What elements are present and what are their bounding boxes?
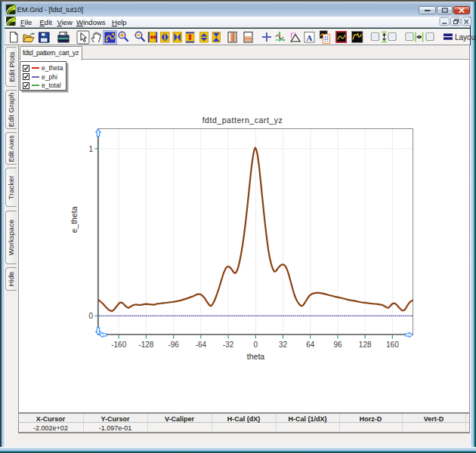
svg-text:A: A bbox=[307, 33, 313, 42]
svg-text:Layout: Layout bbox=[455, 33, 476, 42]
